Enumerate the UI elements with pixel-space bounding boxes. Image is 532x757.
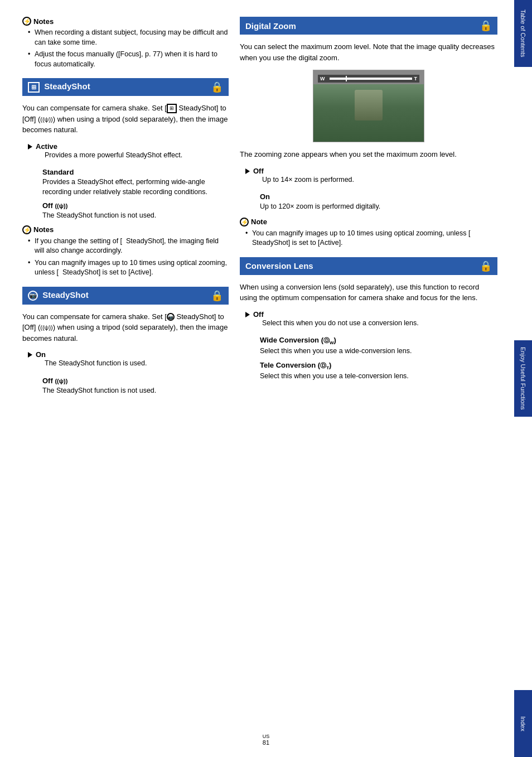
conversion-tele-desc: Select this when you use a tele-conversi… bbox=[251, 372, 497, 382]
active-arrow-icon bbox=[28, 144, 32, 150]
steadyshot-photo-section: 📷 SteadyShot 🔒 You can compensate for ca… bbox=[22, 287, 229, 396]
conversion-lens-section: Conversion Lens 🔒 When using a conversio… bbox=[240, 257, 497, 382]
digital-zoom-note-title: ⚡ Note bbox=[240, 218, 497, 226]
zoom-t-label: T bbox=[414, 76, 418, 81]
zoom-cursor bbox=[346, 76, 347, 81]
steadyshot-photo-on-desc: The SteadyShot function is used. bbox=[36, 359, 147, 369]
steadyshot-photo-option-off: Off ((ψ)) The SteadyShot function is not… bbox=[22, 377, 229, 396]
steadyshot-video-body: You can compensate for camera shake. Set… bbox=[22, 103, 229, 136]
digital-zoom-option-off: Off Up to 14× zoom is performed. bbox=[240, 167, 497, 189]
digital-zoom-lock-icon: 🔒 bbox=[480, 20, 492, 32]
steadyshot-photo-option-on: On The SteadyShot function is used. bbox=[22, 350, 229, 372]
steadyshot-video-off-label: Off ((ψ)) bbox=[33, 201, 229, 210]
conversion-off-label: Off bbox=[253, 310, 264, 319]
zoom-image: W T bbox=[313, 70, 424, 142]
sidebar-gap bbox=[514, 67, 532, 340]
digital-zoom-off-desc: Up to 14× zoom is performed. bbox=[253, 175, 354, 185]
steadyshot-video-icon: ⊞ bbox=[28, 82, 40, 93]
zoom-w-label: W bbox=[320, 76, 325, 81]
sidebar-tab-enjoy[interactable]: Enjoy Useful Functions bbox=[514, 340, 532, 417]
digital-zoom-note-item: You can magnify images up to 10 times us… bbox=[245, 229, 497, 248]
notes2-icon: ⚡ bbox=[22, 225, 31, 234]
digital-zoom-header-text: Digital Zoom bbox=[245, 21, 296, 31]
top-notes-title: ⚡ Notes bbox=[22, 17, 229, 26]
page-num-value: 81 bbox=[263, 739, 269, 746]
top-notes-list: When recording a distant subject, focusi… bbox=[22, 28, 229, 69]
digital-zoom-section: Digital Zoom 🔒 You can select the maximu… bbox=[240, 17, 497, 248]
conversion-wide-desc: Select this when you use a wide-conversi… bbox=[251, 346, 497, 356]
notes2-item-2: You can magnify images up to 10 times us… bbox=[28, 258, 229, 278]
top-note-item-1: When recording a distant subject, focusi… bbox=[28, 28, 229, 47]
notes2-section: ⚡ Notes If you change the setting of [ S… bbox=[22, 225, 229, 278]
conversion-lens-body: When using a conversion lens (sold separ… bbox=[240, 282, 497, 303]
steadyshot-photo-lock-icon: 🔒 bbox=[211, 290, 223, 302]
steadyshot-video-active-desc: Provides a more powerful SteadyShot effe… bbox=[36, 151, 182, 161]
steadyshot-photo-on-label: On bbox=[36, 350, 46, 359]
digital-zoom-option-on: On Up to 120× zoom is performed digitall… bbox=[240, 192, 497, 212]
digital-zoom-off-label: Off bbox=[253, 167, 264, 175]
digital-zoom-note-icon: ⚡ bbox=[240, 218, 249, 226]
conversion-tele-label: Tele Conversion (ⒹT) bbox=[251, 361, 497, 370]
steadyshot-video-standard-desc: Provides a SteadyShot effect, performing… bbox=[33, 177, 229, 197]
conversion-lens-header: Conversion Lens 🔒 bbox=[240, 257, 497, 275]
conversion-off-desc: Select this when you do not use a conver… bbox=[253, 319, 419, 329]
steadyshot-video-standard-label: Standard bbox=[33, 168, 229, 176]
notes2-title: ⚡ Notes bbox=[22, 225, 229, 234]
page-number: US 81 bbox=[263, 734, 270, 746]
steadyshot-video-option-off: Off ((ψ)) The SteadyShot function is not… bbox=[22, 201, 229, 221]
zoom-bar: W T bbox=[318, 75, 419, 83]
left-column: ⚡ Notes When recording a distant subject… bbox=[22, 17, 229, 740]
digital-zoom-note-section: ⚡ Note You can magnify images up to 10 t… bbox=[240, 218, 497, 248]
zoom-subject bbox=[355, 90, 383, 120]
conversion-wide-label: Wide Conversion (ⒹW) bbox=[251, 336, 497, 345]
conversion-lens-header-text: Conversion Lens bbox=[245, 261, 313, 271]
sidebar-tab-toc[interactable]: Table of Contents bbox=[514, 0, 532, 67]
notes-icon: ⚡ bbox=[22, 17, 31, 26]
top-note-item-2: Adjust the focus manually ([Focus], p. 7… bbox=[28, 50, 229, 69]
conversion-off-arrow-icon bbox=[245, 312, 250, 317]
zoom-indicator bbox=[330, 78, 412, 80]
digital-zoom-off-arrow-icon bbox=[245, 168, 250, 174]
sidebar-tab-index[interactable]: Index bbox=[514, 690, 532, 757]
digital-zoom-note-list: You can magnify images up to 10 times us… bbox=[240, 229, 497, 248]
steadyshot-video-active-label: Active bbox=[36, 142, 57, 151]
digital-zoom-on-desc: Up to 120× zoom is performed digitally. bbox=[251, 202, 497, 212]
steadyshot-photo-header: 📷 SteadyShot 🔒 bbox=[22, 287, 229, 305]
digital-zoom-header: Digital Zoom 🔒 bbox=[240, 17, 497, 35]
steadyshot-photo-header-content: 📷 SteadyShot bbox=[28, 290, 89, 301]
steadyshot-photo-off-desc: The SteadyShot function is not used. bbox=[33, 386, 229, 396]
steadyshot-video-off-desc: The SteadyShot function is not used. bbox=[33, 211, 229, 221]
steadyshot-video-option-active: Active Provides a more powerful SteadySh… bbox=[22, 142, 229, 164]
photo-on-arrow-icon bbox=[28, 352, 32, 358]
notes2-label: Notes bbox=[33, 225, 54, 234]
right-column: Digital Zoom 🔒 You can select the maximu… bbox=[240, 17, 497, 740]
digital-zoom-note-label: Note bbox=[251, 218, 267, 226]
steadyshot-photo-camera-icon: 📷 bbox=[28, 291, 38, 301]
us-label: US bbox=[263, 734, 270, 739]
top-notes-label: Notes bbox=[33, 17, 54, 26]
notes2-item-1: If you change the setting of [ SteadySho… bbox=[28, 237, 229, 256]
conversion-lens-option-wide: Wide Conversion (ⒹW) Select this when yo… bbox=[240, 336, 497, 356]
sidebar-gap-2 bbox=[514, 417, 532, 690]
steadyshot-photo-body: You can compensate for camera shake. Set… bbox=[22, 311, 229, 344]
conversion-lens-option-tele: Tele Conversion (ⒹT) Select this when yo… bbox=[240, 361, 497, 382]
steadyshot-video-lock-icon: 🔒 bbox=[211, 81, 223, 93]
notes2-list: If you change the setting of [ SteadySho… bbox=[22, 237, 229, 278]
conversion-lens-option-off: Off Select this when you do not use a co… bbox=[240, 310, 497, 332]
steadyshot-photo-off-label: Off ((ψ)) bbox=[33, 377, 229, 385]
right-sidebar: Table of Contents Enjoy Useful Functions… bbox=[514, 0, 532, 757]
steadyshot-video-header-content: ⊞ SteadyShot bbox=[28, 81, 90, 93]
steadyshot-video-option-standard: Standard Provides a SteadyShot effect, p… bbox=[22, 168, 229, 197]
steadyshot-video-section: ⊞ SteadyShot 🔒 You can compensate for ca… bbox=[22, 78, 229, 221]
digital-zoom-body2: The zooming zone appears when you set th… bbox=[240, 149, 497, 160]
digital-zoom-on-label: On bbox=[251, 192, 497, 201]
top-notes-section: ⚡ Notes When recording a distant subject… bbox=[22, 17, 229, 69]
steadyshot-video-header: ⊞ SteadyShot 🔒 bbox=[22, 78, 229, 96]
conversion-lens-lock-icon: 🔒 bbox=[480, 260, 492, 272]
digital-zoom-body: You can select the maximum zoom level. N… bbox=[240, 41, 497, 63]
